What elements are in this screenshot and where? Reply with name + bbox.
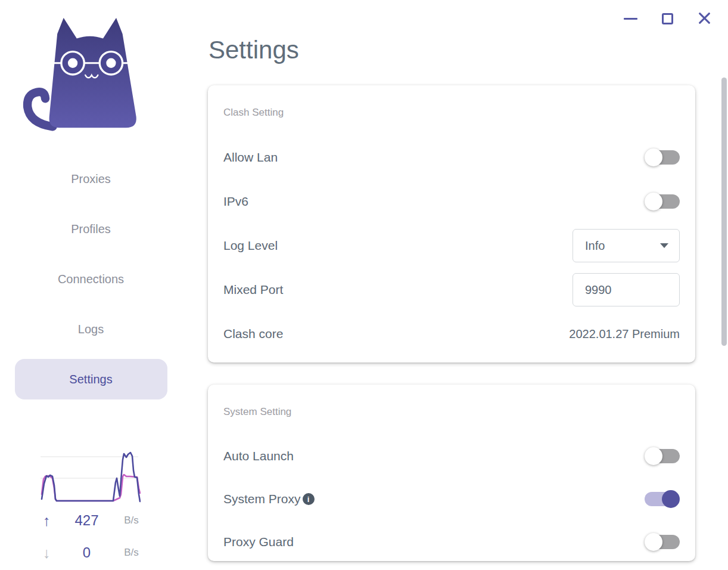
clash-core-label: Clash core xyxy=(223,327,283,341)
log-level-label: Log Level xyxy=(223,238,278,253)
upload-speed-unit: B/s xyxy=(115,515,148,526)
close-button[interactable] xyxy=(697,11,711,26)
toggle-knob xyxy=(645,447,662,465)
nav-item-logs[interactable]: Logs xyxy=(0,304,182,354)
system-proxy-label: System Proxy i xyxy=(223,492,315,506)
allow-lan-row: Allow Lan xyxy=(223,135,680,179)
sidebar-nav: Proxies Profiles Connections Logs Settin… xyxy=(0,154,182,404)
close-icon xyxy=(698,12,711,25)
minimize-button[interactable] xyxy=(623,11,637,26)
upload-arrow-icon: ↑ xyxy=(35,512,58,529)
allow-lan-label: Allow Lan xyxy=(223,150,278,165)
nav-item-connections[interactable]: Connections xyxy=(0,254,182,304)
clash-setting-card: Clash Setting Allow Lan IPv6 Log Level xyxy=(208,85,695,363)
toggle-knob xyxy=(645,533,662,551)
toggle-knob xyxy=(645,193,662,210)
ipv6-toggle[interactable] xyxy=(645,193,680,210)
clash-cat-logo xyxy=(23,17,140,131)
clash-setting-rows: Allow Lan IPv6 Log Level Info xyxy=(223,135,680,356)
toggle-knob xyxy=(645,148,662,166)
window-controls xyxy=(623,10,711,27)
page-title: Settings xyxy=(209,36,299,64)
mixed-port-row: Mixed Port xyxy=(223,268,680,312)
clash-core-value: 2022.01.27 Premium xyxy=(569,327,680,341)
auto-launch-toggle[interactable] xyxy=(645,447,680,465)
log-level-select[interactable]: Info xyxy=(573,229,680,262)
upload-speed-row: ↑ 427 B/s xyxy=(35,510,148,531)
maximize-icon xyxy=(662,13,673,24)
traffic-chart xyxy=(41,451,141,505)
log-level-selected-value: Info xyxy=(585,239,605,253)
minimize-icon xyxy=(624,18,637,20)
log-level-row: Log Level Info xyxy=(223,224,680,268)
toggle-knob xyxy=(662,490,680,508)
info-icon[interactable]: i xyxy=(303,493,315,505)
download-speed-value: 0 xyxy=(58,544,115,561)
nav-item-profiles[interactable]: Profiles xyxy=(0,204,182,254)
system-setting-rows: Auto Launch System Proxy i Proxy Guard xyxy=(223,435,680,563)
proxy-guard-label: Proxy Guard xyxy=(223,535,294,549)
upload-speed-value: 427 xyxy=(58,512,115,529)
nav-item-proxies[interactable]: Proxies xyxy=(0,154,182,204)
system-setting-card: System Setting Auto Launch System Proxy … xyxy=(208,385,695,561)
mixed-port-input[interactable] xyxy=(573,273,680,306)
sidebar: Proxies Profiles Connections Logs Settin… xyxy=(0,0,182,570)
proxy-guard-row: Proxy Guard xyxy=(223,521,680,563)
system-proxy-row: System Proxy i xyxy=(223,478,680,521)
clash-core-row: Clash core 2022.01.27 Premium xyxy=(223,312,680,356)
download-speed-row: ↓ 0 B/s xyxy=(35,543,148,563)
nav-item-settings-pill: Settings xyxy=(15,359,167,399)
mixed-port-label: Mixed Port xyxy=(223,283,283,297)
proxy-guard-toggle[interactable] xyxy=(645,533,680,551)
scrollbar-thumb[interactable] xyxy=(721,78,727,346)
system-setting-header: System Setting xyxy=(223,385,680,419)
auto-launch-row: Auto Launch xyxy=(223,435,680,478)
download-arrow-icon: ↓ xyxy=(35,544,58,562)
ipv6-row: IPv6 xyxy=(223,179,680,224)
allow-lan-toggle[interactable] xyxy=(645,148,680,166)
clash-setting-header: Clash Setting xyxy=(223,85,680,120)
ipv6-label: IPv6 xyxy=(223,194,248,209)
system-proxy-label-text: System Proxy xyxy=(223,492,301,506)
system-proxy-toggle[interactable] xyxy=(645,490,680,508)
download-speed-unit: B/s xyxy=(115,547,148,559)
nav-item-settings[interactable]: Settings xyxy=(0,354,182,404)
app-window: Proxies Profiles Connections Logs Settin… xyxy=(0,0,728,570)
chevron-down-icon xyxy=(660,243,668,248)
auto-launch-label: Auto Launch xyxy=(223,449,294,463)
maximize-button[interactable] xyxy=(660,11,674,26)
